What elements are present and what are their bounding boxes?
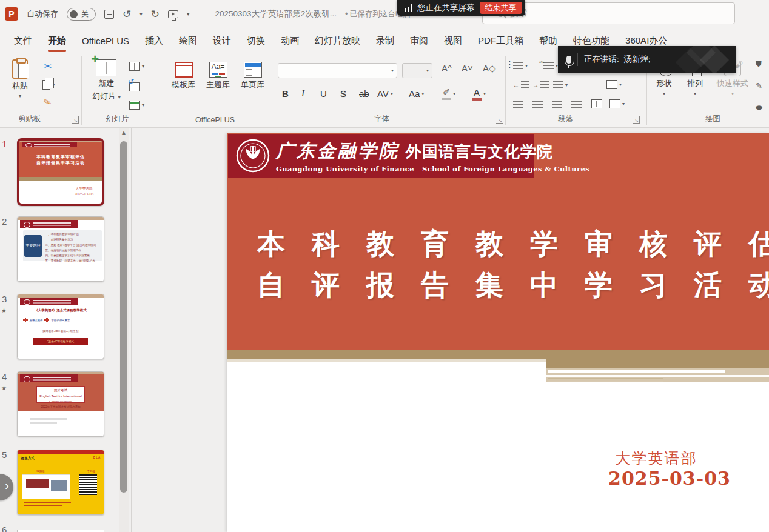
font-dialog-launcher[interactable] <box>496 116 503 124</box>
toggle-knob <box>70 10 78 18</box>
clear-formatting-button[interactable]: A◇ <box>483 63 496 74</box>
menu-view[interactable]: 视图 <box>436 32 470 50</box>
slide-thumbnail-5[interactable]: 报名方式 C L A 电脑端 手机端 <box>17 450 104 515</box>
save-icon[interactable] <box>104 10 114 19</box>
shrink-font-button[interactable]: A˅ <box>462 63 473 73</box>
theme-library-button[interactable]: Aa= 主题库 <box>206 62 230 90</box>
grow-font-button[interactable]: A^ <box>442 63 452 73</box>
school-name-cn: 广东金融学院 <box>276 139 400 164</box>
copy-button[interactable]: ▾ <box>42 80 55 90</box>
panel-collapse-handle[interactable] <box>0 474 13 500</box>
reset-slide-button[interactable] <box>129 82 140 91</box>
justify-button[interactable] <box>571 101 582 108</box>
menu-officeplus[interactable]: OfficePLUS <box>74 32 137 50</box>
page-library-button[interactable]: 单页库 <box>241 62 264 90</box>
character-spacing-button[interactable]: AV▾ <box>377 88 393 99</box>
line-spacing-button[interactable]: ▾ <box>553 81 568 89</box>
signal-bars-icon <box>405 4 412 12</box>
smartart-convert-button[interactable]: ▾ <box>609 99 625 108</box>
shape-outline-icon[interactable]: ✎ <box>756 81 767 91</box>
italic-button[interactable]: I <box>301 88 304 99</box>
align-left-icon <box>513 101 523 108</box>
website-screenshot <box>22 474 70 499</box>
menu-file[interactable]: 文件 <box>6 32 40 50</box>
font-color-button[interactable]: A ▾ <box>472 87 486 101</box>
menu-slideshow[interactable]: 幻灯片放映 <box>307 32 368 50</box>
menu-design[interactable]: 设计 <box>205 32 239 50</box>
animation-star-icon: ★ <box>1 385 7 391</box>
start-slideshow-icon[interactable] <box>168 10 178 18</box>
current-slide[interactable]: 广东金融学院 外国语言与文化学院 Guangdong University of… <box>227 133 769 532</box>
menu-transitions[interactable]: 切换 <box>239 32 273 50</box>
align-left-button[interactable] <box>513 101 523 108</box>
numbering-button[interactable]: ▾ <box>543 62 558 70</box>
slide-thumbnail-1[interactable]: 本科教育教学审核评估 自评报告集中学习活动 大学英语部 2025-03-03 <box>17 138 104 206</box>
editing-canvas[interactable]: 广东金融学院 外国语言与文化学院 Guangdong University of… <box>132 128 769 532</box>
menu-pdf-toolbox[interactable]: PDF工具箱 <box>470 32 531 50</box>
quick-access-chevron-icon[interactable]: ▾ <box>187 11 190 17</box>
columns-button[interactable] <box>591 99 602 108</box>
menu-home[interactable]: 开始 <box>40 32 74 50</box>
highlight-button[interactable]: ✐ ▾ <box>442 87 455 100</box>
slides-group-label: 幻灯片 <box>106 114 129 124</box>
slide-layout-button[interactable]: ▾ <box>129 62 144 71</box>
menu-record[interactable]: 录制 <box>368 32 402 50</box>
undo-icon[interactable]: ↺ <box>123 9 131 19</box>
align-center-button[interactable] <box>532 101 543 108</box>
format-painter-button[interactable]: ✎ <box>44 97 52 108</box>
officeplus-group-label: OfficePLUS <box>195 116 235 124</box>
format-painter-icon: ✎ <box>42 96 53 108</box>
slide-thumbnail-panel: 1 2 3 ★ 4 ★ 5 6 本科教育教学审核评估 自评报告集中学习活动 大学… <box>0 128 132 532</box>
menu-draw[interactable]: 绘图 <box>171 32 205 50</box>
thumb2-content-box: 主要内容 <box>24 235 41 257</box>
slide-subtitle-department[interactable]: 大学英语部 <box>596 448 717 468</box>
clipboard-dialog-launcher[interactable] <box>72 116 79 124</box>
shape-fill-icon[interactable]: ⛊ <box>756 59 767 69</box>
change-case-button[interactable]: Aa▾ <box>409 88 424 99</box>
text-shadow-button[interactable]: S <box>340 88 346 99</box>
autosave-toggle[interactable]: 关 <box>67 8 96 21</box>
smartart-icon <box>609 99 620 108</box>
section-button[interactable]: ▾ <box>129 101 144 110</box>
bullets-button[interactable]: ▾ <box>513 62 528 70</box>
bold-button[interactable]: B <box>282 88 289 99</box>
eraser-icon[interactable]: ⬬ <box>756 103 767 113</box>
underline-button[interactable]: U <box>320 88 327 99</box>
redo-icon[interactable]: ↻ <box>151 9 160 19</box>
text-direction-button[interactable]: ▾ <box>606 80 622 89</box>
slide-number-6: 6 <box>2 525 7 532</box>
font-name-combo[interactable]: ▾ <box>278 63 397 78</box>
slide-thumbnail-2[interactable]: 主要内容 一、本科教育教学审核评估 自评报告集中学习 二、用好“教材+教学平台”… <box>17 216 104 282</box>
undo-dropdown-chevron-icon[interactable]: ▾ <box>139 11 143 17</box>
end-share-button[interactable]: 结束共享 <box>480 2 522 14</box>
menu-insert[interactable]: 插入 <box>137 32 171 50</box>
line-spacing-icon <box>553 81 563 89</box>
scrollbar-thumb[interactable] <box>120 141 127 493</box>
decrease-indent-button[interactable]: ← <box>513 81 529 89</box>
paste-button[interactable]: 粘贴 ▾ <box>12 59 28 99</box>
panel-scrollbar[interactable]: ▲ <box>119 128 129 532</box>
align-right-button[interactable] <box>552 101 562 108</box>
new-slide-button[interactable]: 新建 幻灯片 ▾ <box>92 59 121 102</box>
slide-thumbnail-6-partial[interactable] <box>17 530 104 532</box>
slide-thumbnail-4[interactable]: 国才考试 English Test for International Comm… <box>17 371 104 437</box>
paragraph-dialog-launcher[interactable] <box>633 116 640 124</box>
cut-button[interactable]: ✂ <box>44 61 52 72</box>
font-size-combo[interactable]: ▾ <box>402 63 432 78</box>
menu-review[interactable]: 审阅 <box>402 32 436 50</box>
plus-icon <box>44 318 49 322</box>
autosave-state: 关 <box>81 9 89 19</box>
numbering-icon <box>543 62 554 70</box>
slide-subtitle-date[interactable]: 2025-03-03 <box>603 468 736 489</box>
slide-number-5: 5 <box>2 450 7 460</box>
strikethrough-button[interactable]: ab <box>359 88 369 99</box>
share-message: 您正在共享屏幕 <box>417 2 475 13</box>
increase-indent-button[interactable]: → <box>532 81 549 89</box>
slide-thumbnail-3[interactable]: 《大学英语4》混合式课程教学模式 直播点精讲 学生的课堂展示 （网络英语+回放测… <box>17 294 104 359</box>
scroll-up-arrow-icon[interactable]: ▲ <box>119 129 129 139</box>
template-library-button[interactable]: 模板库 <box>172 62 195 90</box>
decor-band-beige-left <box>227 359 546 362</box>
university-logo-icon <box>236 139 270 173</box>
slide-title[interactable]: 本 科 教 育 教 学 审 核 评 估 自 评 报 告 集 中 学 习 活 动 <box>257 223 769 305</box>
menu-animations[interactable]: 动画 <box>273 32 307 50</box>
